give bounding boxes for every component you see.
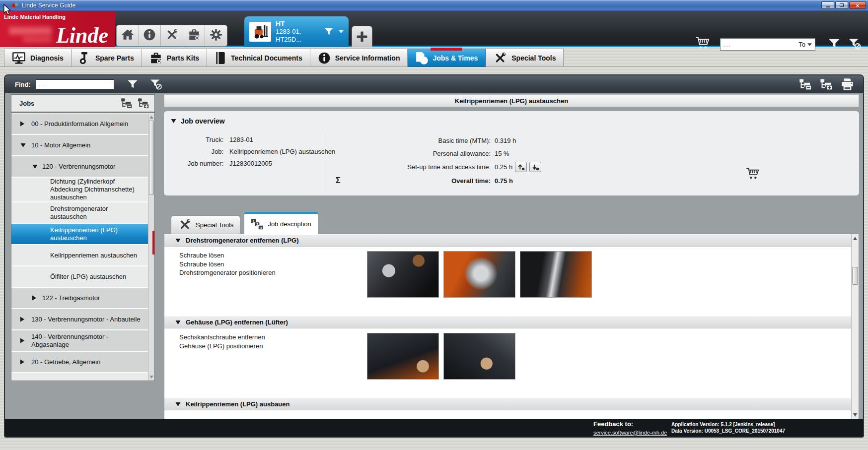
tree-item-dichtung-zylinderkopf-abdeckung-dichtmanschette-austauschen[interactable]: Dichtung (Zylinderkopf Abdeckung Dichtma… <box>11 178 148 202</box>
add-truck-tab-button[interactable] <box>352 26 372 47</box>
documents-icon <box>215 52 226 64</box>
tree-item-label: 140 - Verbrennungsmotor - Abgasanlage <box>31 333 141 349</box>
maximize-button[interactable] <box>835 1 848 9</box>
tree-item-122-treibgasmotor[interactable]: 122 - Treibgasmotor <box>11 288 148 309</box>
time-up-button[interactable] <box>515 162 527 172</box>
nav-tab-service-information[interactable]: Service Information <box>310 49 408 67</box>
jobs-tree-expand-icon[interactable] <box>138 98 149 109</box>
scroll-up-icon[interactable] <box>853 237 857 240</box>
nav-tab-technical-documents[interactable]: Technical Documents <box>207 49 310 67</box>
step-line: Schraube lösen <box>179 251 276 260</box>
scroll-down-icon[interactable] <box>853 413 857 417</box>
close-button[interactable]: × <box>849 1 866 9</box>
find-input[interactable] <box>36 79 114 90</box>
tree-item-140-verbrennungsmotor-abgasanlage[interactable]: 140 - Verbrennungsmotor - Abgasanlage <box>11 330 148 352</box>
arrow-down-icon <box>175 239 181 243</box>
jobs-tree-collapse-icon[interactable] <box>121 98 133 109</box>
tree-item-ölfilter-lpg-austauschen[interactable]: Ölfilter (LPG) austauschen <box>11 266 148 288</box>
special-tools-icon <box>493 52 507 64</box>
home-icon <box>121 29 134 43</box>
linde-logo: Linde Material Handling Linde <box>0 11 115 47</box>
tree-item-130-verbrennungsmotor-anbauteile[interactable]: 130 - Verbrennungsmotor - Anbauteile <box>11 309 148 330</box>
truck-tab-label: HT 1283-01, HT25D... <box>276 20 320 44</box>
scroll-thumb[interactable] <box>852 267 858 285</box>
step-line: Sechskantschraube entfernen <box>179 333 265 342</box>
step-photo <box>443 251 515 298</box>
redacted-text <box>23 36 52 43</box>
truck-tab[interactable]: HT 1283-01, HT25D... <box>244 16 349 47</box>
home-button[interactable] <box>117 25 139 46</box>
scroll-down-icon[interactable] <box>149 376 153 379</box>
app-icon <box>11 1 19 9</box>
find-filter-clear-icon[interactable] <box>150 79 162 90</box>
overview-row: Job number:J12830012005 <box>176 160 335 167</box>
selected-item-marker <box>152 231 155 255</box>
time-down-button[interactable] <box>529 162 541 172</box>
info-button[interactable] <box>139 25 161 46</box>
truck-filter-icon[interactable] <box>324 28 333 36</box>
tools-button[interactable] <box>161 25 183 46</box>
divider <box>324 134 324 192</box>
print-icon[interactable] <box>841 78 854 91</box>
version-line: Application Version: 5.1.2 [Jenkins_rele… <box>671 421 785 428</box>
tree-item-keilrippenriemen-austauschen[interactable]: Keilrippenriemen austauschen <box>11 245 148 266</box>
sigma-symbol: Σ <box>336 176 348 185</box>
section-header[interactable]: Keilrippenriemen (LPG) ausbauen <box>164 398 851 410</box>
section-body: Schraube lösenSchraube lösenDrehstromgen… <box>164 247 851 316</box>
tree-item-20-getriebe-allgemein[interactable]: 20 - Getriebe, Allgemein <box>11 352 148 373</box>
tree-expand-all-icon[interactable] <box>820 78 833 90</box>
arrow-right-icon <box>20 317 24 322</box>
overview-label: Job: <box>176 148 223 155</box>
tree-item-00-produktinformation-allgemein[interactable]: 00 - Produktinformation Allgemein <box>11 114 148 135</box>
search-scope-caret-icon[interactable] <box>807 43 812 46</box>
scroll-thumb[interactable] <box>149 121 154 195</box>
description-scrollbar[interactable] <box>851 234 859 419</box>
tree-item-label: Ölfilter (LPG) austauschen <box>50 273 126 281</box>
section-header[interactable]: Gehäuse (LPG) entfernen (Lüfter) <box>164 316 851 328</box>
job-overview-left: Truck:1283-01Job:Keilrippenriemen (LPG) … <box>176 136 335 167</box>
redacted-text <box>9 27 52 35</box>
jobs-times-icon <box>415 52 428 64</box>
nav-tab-parts-kits[interactable]: Parts Kits <box>142 49 207 67</box>
nav-tab-diagnosis[interactable]: Diagnosis <box>4 49 72 67</box>
overview-row: ΣOverall time:0.75 h <box>336 176 541 185</box>
nav-tab-spare-parts[interactable]: Spare Parts <box>72 49 142 67</box>
search-input[interactable] <box>723 41 796 48</box>
feedback-email-link[interactable]: service.software@linde-mh.de <box>593 430 667 436</box>
job-overview-header[interactable]: Job overview <box>171 117 225 125</box>
nav-tab-special-tools[interactable]: Special Tools <box>486 49 564 67</box>
tree-item-120-verbrennungsmotor[interactable]: 120 - Verbrennungsmotor <box>11 156 148 178</box>
nav-tab-jobs-times[interactable]: Jobs & Times <box>408 49 486 67</box>
content-tab-job-description[interactable]: 123Job description <box>244 212 318 234</box>
add-job-to-cart-icon[interactable] <box>746 167 760 182</box>
tree-item-label: Dichtung (Zylinderkopf Abdeckung Dichtma… <box>50 178 141 201</box>
jobs-scrollbar[interactable] <box>148 114 154 381</box>
parts-button[interactable] <box>183 25 206 46</box>
svg-text:2: 2 <box>256 222 258 227</box>
svg-text:1: 1 <box>253 219 255 223</box>
tree-item-10-motor-allgemein[interactable]: 10 - Motor Allgemein <box>11 135 148 156</box>
section-header[interactable]: Drehstromgenerator entfernen (LPG) <box>164 234 851 247</box>
content-tab-special-tools[interactable]: Special Tools <box>171 215 240 234</box>
tools-icon <box>165 28 178 43</box>
tree-item-drehstromgenerator-austauschen[interactable]: Drehstromgenerator austauschen <box>11 202 148 224</box>
chevron-down-icon[interactable] <box>339 30 344 33</box>
step-line: Schraube lösen <box>179 260 276 269</box>
minimize-button[interactable] <box>821 1 834 9</box>
truck-detail: 1283-01, HT25D... <box>276 28 320 44</box>
tree-collapse-all-icon[interactable] <box>799 78 812 90</box>
tree-item-keilrippenriemen-lpg-austauschen[interactable]: Keilrippenriemen (LPG) austauschen <box>11 224 148 245</box>
step-photo <box>367 251 439 298</box>
module-tab-strip: DiagnosisSpare PartsParts KitsTechnical … <box>0 49 868 67</box>
overview-label: Job number: <box>176 160 223 167</box>
tree-item-label: Keilrippenriemen (LPG) austauschen <box>50 226 141 242</box>
nav-tab-label: Spare Parts <box>95 54 134 62</box>
find-filter-icon[interactable] <box>127 79 138 89</box>
settings-button[interactable] <box>205 25 227 46</box>
arrow-right-icon <box>20 338 24 343</box>
step-line: Drehstromgenerator positionieren <box>179 268 276 277</box>
scroll-up-icon[interactable] <box>149 116 153 119</box>
find-bar: Find: <box>5 75 863 93</box>
arrow-down-icon <box>175 321 181 324</box>
window-title: Linde Service Guide <box>22 2 75 9</box>
